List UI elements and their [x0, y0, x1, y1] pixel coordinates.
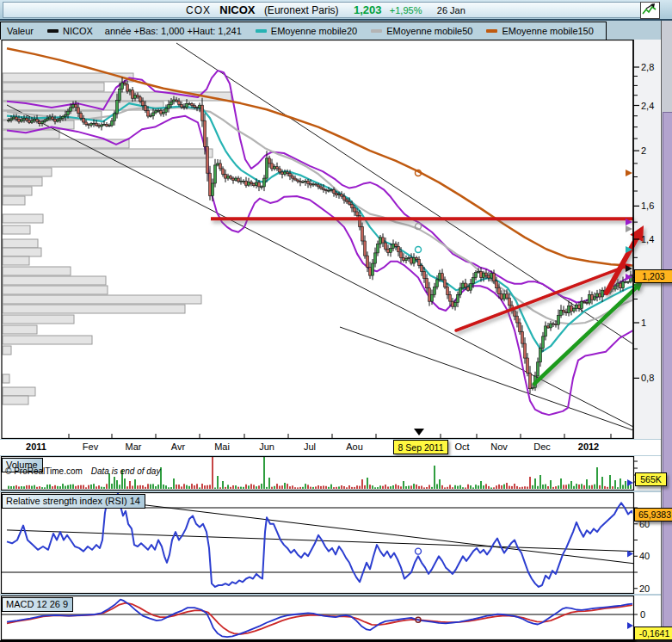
date-label-Dec: Dec — [533, 441, 551, 452]
change-percent: +1,95% — [390, 5, 422, 15]
macd-canvas: 0 — [0, 596, 672, 640]
vertical-scrollbar[interactable] — [661, 21, 672, 642]
exchange-label: (Euronext Paris) — [264, 4, 339, 16]
rsi-label-box[interactable]: Relative strength index (RSI) 14 — [2, 494, 145, 509]
svg-text:20: 20 — [639, 583, 650, 594]
rsi-trendline — [7, 530, 633, 552]
date-label-Jul: Jul — [304, 441, 316, 452]
date-label-2012: 2012 — [578, 441, 599, 452]
ema20-swatch — [256, 29, 267, 33]
svg-text:1,6: 1,6 — [641, 201, 654, 211]
price-chart-canvas: 2,82,421,61,410,8 — [0, 40, 672, 439]
legend-ema50-label[interactable]: EMoyenne mobile50 — [386, 26, 472, 36]
ema150-swatch — [486, 29, 497, 33]
copyright-note: © ProRealTime.com — [5, 466, 83, 476]
macd-label-box[interactable]: MACD 12 26 9 — [2, 597, 73, 612]
macd-panel[interactable]: 0 MACD 12 26 9 — [0, 596, 672, 640]
volume-tag: 565K — [635, 472, 667, 486]
title-text: COX NICOX (Euronext Paris) 1,203 +1,95% … — [186, 3, 465, 16]
selected-date-markers — [414, 170, 424, 436]
legend-value-label: Valeur — [7, 26, 34, 36]
legend-ema20-label[interactable]: EMoyenne mobile20 — [271, 26, 357, 36]
chart-footer-note: © ProRealTime.comData is end of day — [5, 466, 160, 476]
main-price-chart[interactable]: 2,82,421,61,410,8 © ProRealTime.comData … — [0, 40, 672, 439]
macd-tag: -0,1641 — [634, 627, 672, 640]
scrollbar-thumb[interactable] — [663, 112, 672, 639]
svg-text:0,8: 0,8 — [641, 373, 654, 383]
date-label-Mai: Mai — [214, 441, 230, 452]
rsi-selected-circle — [416, 548, 422, 554]
popout-chart-icon[interactable] — [640, 2, 660, 19]
date-label-Jun: Jun — [259, 441, 274, 452]
instrument-name: NICOX — [219, 3, 255, 16]
legend-series-name[interactable]: NICOX — [63, 26, 93, 36]
macd-line — [7, 600, 641, 638]
date-label-Aou: Aou — [346, 441, 363, 452]
svg-text:1,4: 1,4 — [641, 234, 654, 244]
svg-text:40: 40 — [639, 551, 650, 561]
selected-date-tag: 8 Sep 2011 — [393, 440, 448, 454]
instrument-code: COX — [186, 4, 211, 16]
date-label-Mar: Mar — [126, 441, 142, 452]
rsi-tag: 65,9383 — [634, 508, 672, 522]
eod-note: Data is end of day — [91, 466, 161, 476]
date-label-Avr: Avr — [171, 441, 185, 452]
mini-chart-line — [643, 7, 656, 14]
nicox-swatch — [47, 29, 59, 33]
last-price-tag: 1,203 — [634, 269, 672, 283]
svg-text:0: 0 — [640, 609, 645, 620]
rsi-panel[interactable]: 604020 Relative strength index (RSI) 14 — [0, 492, 672, 594]
macd-selected-marker — [627, 622, 633, 629]
svg-text:1: 1 — [641, 318, 646, 328]
date-label-Fev: Fev — [83, 441, 98, 452]
title-bar: COX NICOX (Euronext Paris) 1,203 +1,95% … — [0, 0, 672, 21]
svg-text:2,8: 2,8 — [641, 62, 654, 72]
ema50-swatch — [371, 29, 382, 33]
legend-ema150-label[interactable]: EMoyenne mobile150 — [502, 26, 593, 36]
title-inner: COX NICOX (Euronext Paris) 1,203 +1,95% … — [3, 2, 658, 18]
date-label-Oct: Oct — [454, 441, 469, 452]
macd-signal-line — [7, 603, 641, 634]
quote-date: 26 Jan — [437, 5, 465, 15]
date-label-Nov: Nov — [490, 441, 508, 452]
legend-bar: Valeur NICOX année +Bas: 1,000 +Haut: 1,… — [0, 22, 607, 40]
legend-range-label: année +Bas: 1,000 +Haut: 1,241 — [105, 26, 242, 36]
svg-text:2: 2 — [641, 145, 646, 156]
date-label-2011: 2011 — [26, 441, 46, 452]
svg-text:2,4: 2,4 — [641, 101, 654, 111]
prorealtime-window: COX NICOX (Euronext Paris) 1,203 +1,95% … — [0, 0, 672, 642]
last-price: 1,203 — [354, 3, 382, 16]
selected-date-pointer — [414, 429, 424, 435]
rsi-trendline — [96, 499, 633, 564]
macd-border — [2, 596, 634, 640]
date-axis[interactable]: 8 Sep 2011 2011FevMarAvrMaiJunJulAouOctN… — [0, 440, 672, 455]
